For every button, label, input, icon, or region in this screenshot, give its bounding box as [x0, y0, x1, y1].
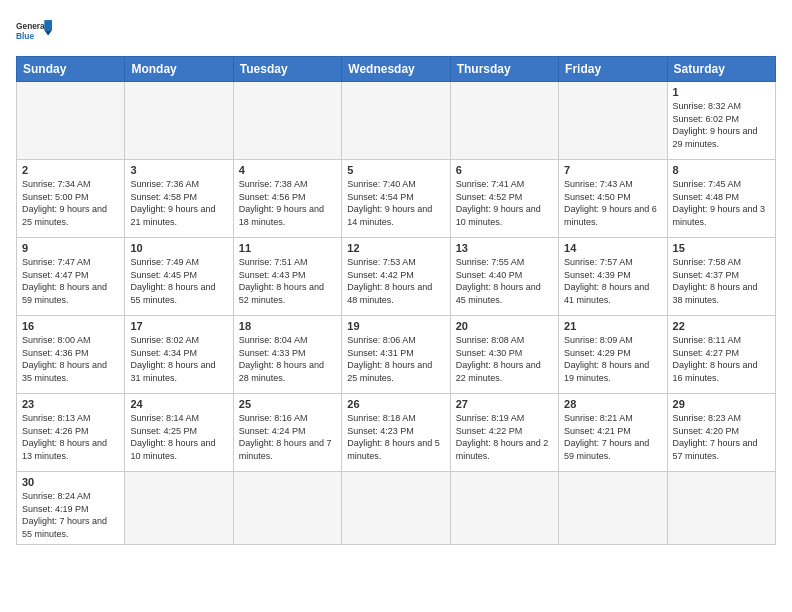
- calendar-cell: 2Sunrise: 7:34 AM Sunset: 5:00 PM Daylig…: [17, 160, 125, 238]
- day-info: Sunrise: 8:14 AM Sunset: 4:25 PM Dayligh…: [130, 412, 227, 462]
- day-number: 30: [22, 476, 119, 488]
- day-info: Sunrise: 8:24 AM Sunset: 4:19 PM Dayligh…: [22, 490, 119, 540]
- calendar-cell: [125, 82, 233, 160]
- calendar-week-row: 2Sunrise: 7:34 AM Sunset: 5:00 PM Daylig…: [17, 160, 776, 238]
- calendar-cell: 23Sunrise: 8:13 AM Sunset: 4:26 PM Dayli…: [17, 394, 125, 472]
- day-number: 2: [22, 164, 119, 176]
- day-number: 18: [239, 320, 336, 332]
- logo: GeneralBlue: [16, 16, 52, 46]
- weekday-header-saturday: Saturday: [667, 57, 775, 82]
- day-number: 25: [239, 398, 336, 410]
- day-info: Sunrise: 7:43 AM Sunset: 4:50 PM Dayligh…: [564, 178, 661, 228]
- day-number: 29: [673, 398, 770, 410]
- day-info: Sunrise: 7:34 AM Sunset: 5:00 PM Dayligh…: [22, 178, 119, 228]
- day-info: Sunrise: 7:47 AM Sunset: 4:47 PM Dayligh…: [22, 256, 119, 306]
- day-number: 6: [456, 164, 553, 176]
- calendar-cell: 13Sunrise: 7:55 AM Sunset: 4:40 PM Dayli…: [450, 238, 558, 316]
- day-info: Sunrise: 8:04 AM Sunset: 4:33 PM Dayligh…: [239, 334, 336, 384]
- calendar-cell: 14Sunrise: 7:57 AM Sunset: 4:39 PM Dayli…: [559, 238, 667, 316]
- calendar-cell: 21Sunrise: 8:09 AM Sunset: 4:29 PM Dayli…: [559, 316, 667, 394]
- day-info: Sunrise: 7:36 AM Sunset: 4:58 PM Dayligh…: [130, 178, 227, 228]
- day-number: 3: [130, 164, 227, 176]
- svg-text:General: General: [16, 21, 47, 31]
- day-number: 16: [22, 320, 119, 332]
- weekday-header-friday: Friday: [559, 57, 667, 82]
- day-number: 23: [22, 398, 119, 410]
- day-number: 14: [564, 242, 661, 254]
- calendar-cell: [450, 472, 558, 545]
- calendar-cell: [17, 82, 125, 160]
- day-number: 20: [456, 320, 553, 332]
- calendar-cell: 18Sunrise: 8:04 AM Sunset: 4:33 PM Dayli…: [233, 316, 341, 394]
- calendar-cell: [342, 472, 450, 545]
- day-info: Sunrise: 8:08 AM Sunset: 4:30 PM Dayligh…: [456, 334, 553, 384]
- day-info: Sunrise: 7:45 AM Sunset: 4:48 PM Dayligh…: [673, 178, 770, 228]
- day-info: Sunrise: 8:00 AM Sunset: 4:36 PM Dayligh…: [22, 334, 119, 384]
- weekday-header-sunday: Sunday: [17, 57, 125, 82]
- calendar-table: SundayMondayTuesdayWednesdayThursdayFrid…: [16, 56, 776, 545]
- logo-icon: GeneralBlue: [16, 16, 52, 46]
- calendar-cell: [233, 472, 341, 545]
- calendar-week-row: 30Sunrise: 8:24 AM Sunset: 4:19 PM Dayli…: [17, 472, 776, 545]
- day-info: Sunrise: 8:13 AM Sunset: 4:26 PM Dayligh…: [22, 412, 119, 462]
- calendar-cell: [559, 82, 667, 160]
- calendar-week-row: 16Sunrise: 8:00 AM Sunset: 4:36 PM Dayli…: [17, 316, 776, 394]
- day-number: 5: [347, 164, 444, 176]
- day-info: Sunrise: 8:11 AM Sunset: 4:27 PM Dayligh…: [673, 334, 770, 384]
- calendar-cell: 10Sunrise: 7:49 AM Sunset: 4:45 PM Dayli…: [125, 238, 233, 316]
- weekday-header-thursday: Thursday: [450, 57, 558, 82]
- day-number: 12: [347, 242, 444, 254]
- weekday-header-row: SundayMondayTuesdayWednesdayThursdayFrid…: [17, 57, 776, 82]
- day-number: 19: [347, 320, 444, 332]
- calendar-cell: [233, 82, 341, 160]
- day-info: Sunrise: 7:41 AM Sunset: 4:52 PM Dayligh…: [456, 178, 553, 228]
- calendar-cell: [667, 472, 775, 545]
- calendar-cell: 27Sunrise: 8:19 AM Sunset: 4:22 PM Dayli…: [450, 394, 558, 472]
- day-number: 13: [456, 242, 553, 254]
- day-number: 24: [130, 398, 227, 410]
- day-info: Sunrise: 7:40 AM Sunset: 4:54 PM Dayligh…: [347, 178, 444, 228]
- calendar-cell: [342, 82, 450, 160]
- day-info: Sunrise: 8:21 AM Sunset: 4:21 PM Dayligh…: [564, 412, 661, 462]
- calendar-cell: [125, 472, 233, 545]
- day-number: 9: [22, 242, 119, 254]
- calendar-cell: 6Sunrise: 7:41 AM Sunset: 4:52 PM Daylig…: [450, 160, 558, 238]
- weekday-header-wednesday: Wednesday: [342, 57, 450, 82]
- day-number: 8: [673, 164, 770, 176]
- day-number: 26: [347, 398, 444, 410]
- day-number: 22: [673, 320, 770, 332]
- day-number: 17: [130, 320, 227, 332]
- weekday-header-monday: Monday: [125, 57, 233, 82]
- calendar-cell: 24Sunrise: 8:14 AM Sunset: 4:25 PM Dayli…: [125, 394, 233, 472]
- day-info: Sunrise: 8:32 AM Sunset: 6:02 PM Dayligh…: [673, 100, 770, 150]
- svg-marker-3: [44, 30, 52, 35]
- calendar-cell: 7Sunrise: 7:43 AM Sunset: 4:50 PM Daylig…: [559, 160, 667, 238]
- calendar-cell: 26Sunrise: 8:18 AM Sunset: 4:23 PM Dayli…: [342, 394, 450, 472]
- calendar-week-row: 9Sunrise: 7:47 AM Sunset: 4:47 PM Daylig…: [17, 238, 776, 316]
- day-info: Sunrise: 7:57 AM Sunset: 4:39 PM Dayligh…: [564, 256, 661, 306]
- calendar-cell: 11Sunrise: 7:51 AM Sunset: 4:43 PM Dayli…: [233, 238, 341, 316]
- day-number: 10: [130, 242, 227, 254]
- day-info: Sunrise: 7:55 AM Sunset: 4:40 PM Dayligh…: [456, 256, 553, 306]
- calendar-cell: 20Sunrise: 8:08 AM Sunset: 4:30 PM Dayli…: [450, 316, 558, 394]
- calendar-week-row: 1Sunrise: 8:32 AM Sunset: 6:02 PM Daylig…: [17, 82, 776, 160]
- day-info: Sunrise: 8:06 AM Sunset: 4:31 PM Dayligh…: [347, 334, 444, 384]
- day-info: Sunrise: 8:18 AM Sunset: 4:23 PM Dayligh…: [347, 412, 444, 462]
- day-info: Sunrise: 7:53 AM Sunset: 4:42 PM Dayligh…: [347, 256, 444, 306]
- day-number: 15: [673, 242, 770, 254]
- calendar-cell: 30Sunrise: 8:24 AM Sunset: 4:19 PM Dayli…: [17, 472, 125, 545]
- day-info: Sunrise: 8:02 AM Sunset: 4:34 PM Dayligh…: [130, 334, 227, 384]
- calendar-cell: 12Sunrise: 7:53 AM Sunset: 4:42 PM Dayli…: [342, 238, 450, 316]
- calendar-cell: 25Sunrise: 8:16 AM Sunset: 4:24 PM Dayli…: [233, 394, 341, 472]
- calendar-cell: 1Sunrise: 8:32 AM Sunset: 6:02 PM Daylig…: [667, 82, 775, 160]
- day-number: 11: [239, 242, 336, 254]
- calendar-cell: 19Sunrise: 8:06 AM Sunset: 4:31 PM Dayli…: [342, 316, 450, 394]
- day-info: Sunrise: 8:23 AM Sunset: 4:20 PM Dayligh…: [673, 412, 770, 462]
- calendar-cell: 3Sunrise: 7:36 AM Sunset: 4:58 PM Daylig…: [125, 160, 233, 238]
- calendar-cell: 5Sunrise: 7:40 AM Sunset: 4:54 PM Daylig…: [342, 160, 450, 238]
- calendar-cell: 15Sunrise: 7:58 AM Sunset: 4:37 PM Dayli…: [667, 238, 775, 316]
- day-info: Sunrise: 8:19 AM Sunset: 4:22 PM Dayligh…: [456, 412, 553, 462]
- day-number: 28: [564, 398, 661, 410]
- day-info: Sunrise: 7:38 AM Sunset: 4:56 PM Dayligh…: [239, 178, 336, 228]
- page-header: GeneralBlue: [16, 16, 776, 46]
